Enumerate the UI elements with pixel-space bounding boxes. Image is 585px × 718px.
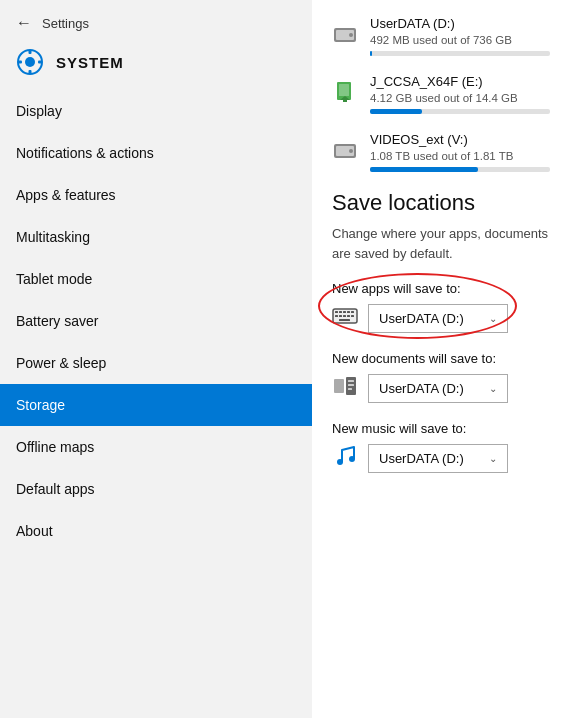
chevron-down-icon: ⌄ xyxy=(489,313,497,324)
save-locations-desc: Change where your apps, documents are sa… xyxy=(332,224,565,263)
drive-progress-jccsa xyxy=(370,109,550,114)
drive-info-jccsa: J_CCSA_X64F (E:) 4.12 GB used out of 14.… xyxy=(370,74,565,114)
apps-save-dropdown[interactable]: UserDATA (D:) ⌄ xyxy=(368,304,508,333)
drive-info-videos: VIDEOS_ext (V:) 1.08 TB used out of 1.81… xyxy=(370,132,565,172)
settings-label: Settings xyxy=(42,16,89,31)
svg-point-1 xyxy=(25,57,35,67)
music-save-value: UserDATA (D:) xyxy=(379,451,464,466)
drive-jccsa: J_CCSA_X64F (E:) 4.12 GB used out of 14.… xyxy=(332,74,565,114)
system-header: SYSTEM xyxy=(0,42,312,90)
svg-point-34 xyxy=(349,456,355,462)
drive-userdata: UserDATA (D:) 492 MB used out of 736 GB xyxy=(332,16,565,56)
drive-fill-videos xyxy=(370,167,478,172)
drive-name-jccsa: J_CCSA_X64F (E:) xyxy=(370,74,565,89)
svg-rect-4 xyxy=(18,61,22,64)
svg-rect-18 xyxy=(339,311,342,313)
back-button[interactable]: ← xyxy=(16,14,32,32)
chevron-down-icon: ⌄ xyxy=(489,383,497,394)
drive-name-videos: VIDEOS_ext (V:) xyxy=(370,132,565,147)
svg-rect-12 xyxy=(343,98,347,102)
sidebar-item-multitasking[interactable]: Multitasking xyxy=(0,216,312,258)
svg-rect-19 xyxy=(343,311,346,313)
save-locations-title: Save locations xyxy=(332,190,565,216)
drive-fill-userdata xyxy=(370,51,372,56)
sidebar-item-tablet[interactable]: Tablet mode xyxy=(0,258,312,300)
drive-icon-jccsa xyxy=(332,80,358,109)
drive-info-userdata: UserDATA (D:) 492 MB used out of 736 GB xyxy=(370,16,565,56)
sidebar-item-power[interactable]: Power & sleep xyxy=(0,342,312,384)
drive-icon-videos xyxy=(332,139,358,166)
sidebar: ← Settings SYSTEM Display Notifications … xyxy=(0,0,312,718)
svg-rect-17 xyxy=(335,311,338,313)
sidebar-item-apps[interactable]: Apps & features xyxy=(0,174,312,216)
drive-usage-jccsa: 4.12 GB used out of 14.4 GB xyxy=(370,92,565,104)
docs-save-value: UserDATA (D:) xyxy=(379,381,464,396)
svg-rect-25 xyxy=(347,315,350,317)
svg-rect-2 xyxy=(29,50,32,54)
svg-rect-24 xyxy=(343,315,346,317)
svg-point-15 xyxy=(349,149,353,153)
keyboard-icon xyxy=(332,306,358,331)
sidebar-item-storage[interactable]: Storage xyxy=(0,384,312,426)
music-save-dropdown[interactable]: UserDATA (D:) ⌄ xyxy=(368,444,508,473)
save-apps-row: UserDATA (D:) ⌄ xyxy=(332,304,565,333)
system-title: SYSTEM xyxy=(56,54,124,71)
drive-videos: VIDEOS_ext (V:) 1.08 TB used out of 1.81… xyxy=(332,132,565,172)
system-icon xyxy=(16,48,44,76)
svg-rect-10 xyxy=(339,84,349,96)
sidebar-item-display[interactable]: Display xyxy=(0,90,312,132)
save-docs-item: New documents will save to: UserDATA (D:… xyxy=(332,351,565,403)
drive-usage-userdata: 492 MB used out of 736 GB xyxy=(370,34,565,46)
sidebar-item-maps[interactable]: Offline maps xyxy=(0,426,312,468)
drive-usage-videos: 1.08 TB used out of 1.81 TB xyxy=(370,150,565,162)
sidebar-header: ← Settings xyxy=(0,0,312,42)
svg-rect-26 xyxy=(351,315,354,317)
chevron-down-icon: ⌄ xyxy=(489,453,497,464)
music-icon xyxy=(332,444,358,473)
svg-rect-32 xyxy=(348,388,352,390)
documents-icon xyxy=(332,375,358,402)
svg-rect-20 xyxy=(347,311,350,313)
sidebar-item-battery[interactable]: Battery saver xyxy=(0,300,312,342)
drive-name-userdata: UserDATA (D:) xyxy=(370,16,565,31)
sidebar-item-notifications[interactable]: Notifications & actions xyxy=(0,132,312,174)
drive-progress-videos xyxy=(370,167,550,172)
svg-point-33 xyxy=(337,459,343,465)
svg-rect-30 xyxy=(348,380,354,382)
svg-rect-3 xyxy=(29,70,32,74)
save-apps-label: New apps will save to: xyxy=(332,281,565,296)
svg-rect-27 xyxy=(339,319,350,321)
drive-progress-userdata xyxy=(370,51,550,56)
docs-save-dropdown[interactable]: UserDATA (D:) ⌄ xyxy=(368,374,508,403)
save-music-item: New music will save to: UserDATA (D:) ⌄ xyxy=(332,421,565,473)
drive-icon-userdata xyxy=(332,23,358,50)
sidebar-item-about[interactable]: About xyxy=(0,510,312,552)
svg-rect-22 xyxy=(335,315,338,317)
svg-rect-21 xyxy=(351,311,354,313)
save-docs-row: UserDATA (D:) ⌄ xyxy=(332,374,565,403)
svg-point-8 xyxy=(349,33,353,37)
svg-rect-5 xyxy=(38,61,42,64)
save-docs-label: New documents will save to: xyxy=(332,351,565,366)
save-apps-item: New apps will save to: xyxy=(332,281,565,333)
drive-fill-jccsa xyxy=(370,109,422,114)
apps-save-value: UserDATA (D:) xyxy=(379,311,464,326)
save-music-label: New music will save to: xyxy=(332,421,565,436)
sidebar-item-default-apps[interactable]: Default apps xyxy=(0,468,312,510)
svg-rect-31 xyxy=(348,384,354,386)
svg-rect-23 xyxy=(339,315,342,317)
main-content: UserDATA (D:) 492 MB used out of 736 GB … xyxy=(312,0,585,718)
save-music-row: UserDATA (D:) ⌄ xyxy=(332,444,565,473)
svg-rect-28 xyxy=(334,379,344,393)
